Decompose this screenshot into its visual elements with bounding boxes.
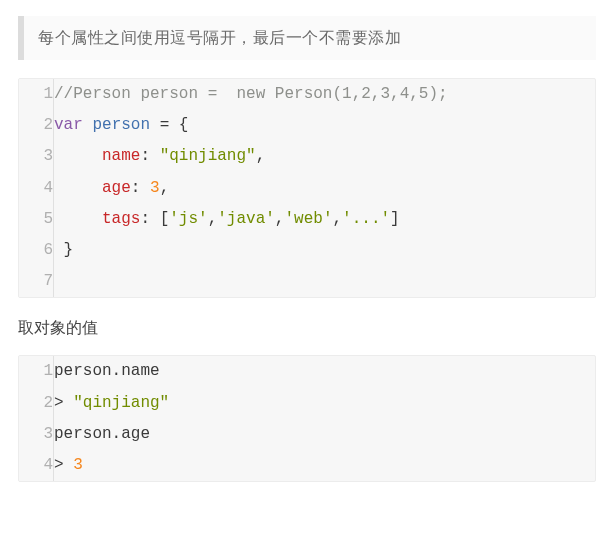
code-token: } xyxy=(54,241,73,259)
code-content: > 3 xyxy=(54,450,596,481)
code-content: var person = { xyxy=(54,110,596,141)
code-block-1: 1//Person person = new Person(1,2,3,4,5)… xyxy=(18,78,596,298)
code-token: person.name xyxy=(54,362,160,380)
code-token: var xyxy=(54,116,83,134)
code-line: 1person.name xyxy=(19,356,595,387)
code-content: } xyxy=(54,235,596,266)
code-body: 1//Person person = new Person(1,2,3,4,5)… xyxy=(19,79,595,297)
code-token: tags xyxy=(102,210,140,228)
code-token: , xyxy=(256,147,266,165)
code-line: 7 xyxy=(19,266,595,297)
code-token: > xyxy=(54,456,73,474)
line-number: 4 xyxy=(19,173,54,204)
section-heading: 取对象的值 xyxy=(18,318,596,339)
code-token: '...' xyxy=(342,210,390,228)
code-token xyxy=(54,179,102,197)
code-token: > xyxy=(54,394,73,412)
line-number: 3 xyxy=(19,419,54,450)
code-token: //Person person = new Person(1,2,3,4,5); xyxy=(54,85,448,103)
code-token: "qinjiang" xyxy=(160,147,256,165)
code-line: 2> "qinjiang" xyxy=(19,388,595,419)
code-token: 3 xyxy=(150,179,160,197)
line-number: 7 xyxy=(19,266,54,297)
code-token: , xyxy=(208,210,218,228)
code-line: 5 tags: ['js','java','web','...'] xyxy=(19,204,595,235)
code-line: 3person.age xyxy=(19,419,595,450)
code-content: age: 3, xyxy=(54,173,596,204)
code-line: 4> 3 xyxy=(19,450,595,481)
code-line: 6 } xyxy=(19,235,595,266)
code-token: 'web' xyxy=(284,210,332,228)
code-token: 'java' xyxy=(217,210,275,228)
code-token: person.age xyxy=(54,425,150,443)
code-token: ] xyxy=(390,210,400,228)
code-line: 2var person = { xyxy=(19,110,595,141)
line-number: 4 xyxy=(19,450,54,481)
code-token: age xyxy=(102,179,131,197)
line-number: 2 xyxy=(19,110,54,141)
code-token: name xyxy=(102,147,140,165)
code-token: , xyxy=(332,210,342,228)
code-token: , xyxy=(160,179,170,197)
line-number: 5 xyxy=(19,204,54,235)
code-table: 1//Person person = new Person(1,2,3,4,5)… xyxy=(19,79,595,297)
code-line: 1//Person person = new Person(1,2,3,4,5)… xyxy=(19,79,595,110)
code-content: person.age xyxy=(54,419,596,450)
code-body: 1person.name2> "qinjiang"3person.age4> 3 xyxy=(19,356,595,481)
code-line: 4 age: 3, xyxy=(19,173,595,204)
code-token xyxy=(83,116,93,134)
code-content: tags: ['js','java','web','...'] xyxy=(54,204,596,235)
blockquote: 每个属性之间使用逗号隔开，最后一个不需要添加 xyxy=(18,16,596,60)
document-page: 每个属性之间使用逗号隔开，最后一个不需要添加 1//Person person … xyxy=(0,0,614,524)
code-token xyxy=(54,210,102,228)
code-token: person xyxy=(92,116,150,134)
code-token: : xyxy=(131,179,150,197)
code-content: person.name xyxy=(54,356,596,387)
code-block-2: 1person.name2> "qinjiang"3person.age4> 3 xyxy=(18,355,596,482)
code-line: 3 name: "qinjiang", xyxy=(19,141,595,172)
line-number: 1 xyxy=(19,356,54,387)
code-token: 3 xyxy=(73,456,83,474)
code-token: "qinjiang" xyxy=(73,394,169,412)
line-number: 3 xyxy=(19,141,54,172)
code-token xyxy=(54,147,102,165)
line-number: 6 xyxy=(19,235,54,266)
blockquote-text: 每个属性之间使用逗号隔开，最后一个不需要添加 xyxy=(38,29,401,46)
code-token: : xyxy=(140,147,159,165)
code-table: 1person.name2> "qinjiang"3person.age4> 3 xyxy=(19,356,595,481)
code-content: > "qinjiang" xyxy=(54,388,596,419)
line-number: 1 xyxy=(19,79,54,110)
code-token: 'js' xyxy=(169,210,207,228)
code-token: : [ xyxy=(140,210,169,228)
code-content: //Person person = new Person(1,2,3,4,5); xyxy=(54,79,596,110)
code-content xyxy=(54,266,596,297)
line-number: 2 xyxy=(19,388,54,419)
code-content: name: "qinjiang", xyxy=(54,141,596,172)
code-token: = { xyxy=(150,116,188,134)
